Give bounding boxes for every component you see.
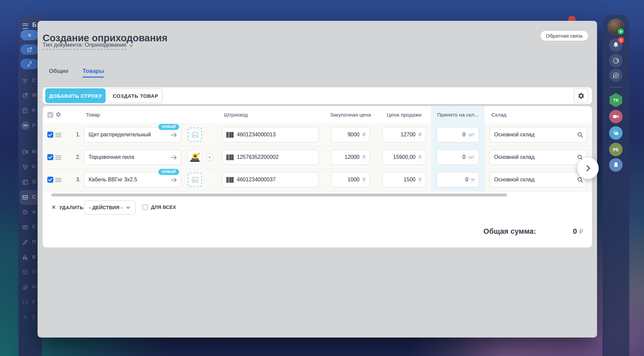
feedback-button[interactable]: Обратная связь	[540, 31, 588, 41]
unit-suffix[interactable]: шт	[469, 154, 475, 160]
chevron-down-icon	[129, 43, 133, 48]
barcode-input[interactable]: 12576352200002	[222, 149, 319, 165]
row-checkbox[interactable]	[47, 154, 53, 160]
support-button[interactable]	[609, 54, 623, 67]
drag-handle-icon[interactable]	[55, 155, 61, 160]
barcode-input[interactable]: 4601234000037	[222, 172, 319, 187]
chat-button[interactable]	[609, 126, 623, 140]
currency-suffix[interactable]: ₽	[363, 132, 366, 138]
table-settings-button[interactable]	[574, 88, 588, 103]
bookmarks-button[interactable]	[609, 158, 623, 172]
for-all-checkbox[interactable]: ДЛЯ ВСЕХ	[143, 205, 176, 210]
col-purchase-price: Закупочная цена	[326, 106, 375, 124]
miter-saw-image	[189, 151, 201, 163]
user-avatar[interactable]	[608, 19, 624, 35]
row-number: 3.	[66, 177, 80, 183]
row-checkbox[interactable]	[47, 177, 53, 183]
close-button[interactable]	[20, 30, 39, 40]
accepted-qty-input[interactable]: 0 шт	[437, 149, 479, 165]
workspace-avatar-tk[interactable]: ТК	[609, 93, 623, 107]
barcode-icon	[226, 154, 234, 160]
search-icon[interactable]	[577, 132, 583, 138]
accepted-qty-input[interactable]: 0 шт	[437, 127, 479, 142]
sale-price-input[interactable]: 15900,00 ₽	[382, 149, 426, 165]
actions-dropdown[interactable]: - ДЕЙСТВИЯ -	[84, 201, 136, 215]
tab-general[interactable]: Общие	[49, 68, 68, 78]
chevron-up-icon	[22, 314, 29, 320]
row-checkbox[interactable]	[47, 132, 53, 138]
open-product-arrow-icon[interactable]	[170, 131, 177, 139]
open-in-new-button[interactable]	[20, 44, 39, 55]
currency-suffix[interactable]: ₽	[419, 154, 422, 160]
currency-suffix[interactable]: ₽	[419, 132, 422, 138]
screen: Б С М К PR Р М С О С	[0, 0, 644, 356]
unit-suffix[interactable]: м	[471, 177, 475, 183]
scroll-right-button[interactable]	[577, 158, 599, 179]
drag-handle-icon[interactable]	[55, 178, 61, 182]
unit-suffix[interactable]: шт	[469, 132, 475, 138]
drag-handle-icon[interactable]	[55, 133, 61, 137]
right-rail: 1 ТК РЕ	[602, 15, 629, 356]
product-image-thumbnail[interactable]	[188, 150, 202, 164]
row-number: 2.	[66, 154, 80, 160]
product-image-placeholder[interactable]	[188, 128, 202, 142]
new-badge: НОВЫЙ	[158, 124, 179, 130]
card-icon	[22, 224, 29, 230]
purchase-price-input[interactable]: 1000 ₽	[331, 172, 370, 187]
currency-suffix[interactable]: ₽	[419, 177, 422, 183]
spiral-icon	[612, 57, 620, 64]
open-product-arrow-icon[interactable]	[170, 176, 177, 184]
cart-icon	[22, 164, 29, 170]
total-sum: Общая сумма: 0 ₽	[483, 227, 583, 236]
menu-icon[interactable]	[22, 24, 28, 29]
currency-suffix[interactable]: ₽	[363, 177, 366, 183]
purchase-price-input[interactable]: 12000 ₽	[331, 149, 370, 165]
storage-icon	[22, 194, 29, 201]
currency-suffix[interactable]: ₽	[363, 154, 366, 160]
notifications-button[interactable]: 1	[609, 38, 623, 52]
open-product-arrow-icon[interactable]	[170, 154, 177, 161]
chat-transfer-button[interactable]	[609, 69, 623, 82]
tab-products[interactable]: Товары	[83, 68, 104, 78]
waves-icon	[22, 284, 29, 291]
product-input[interactable]: НОВЫЙ Кабель ВВГнг 3х2.5	[84, 172, 181, 187]
products-table: Товар Штрихкод Закупочная цена Цена прод…	[43, 106, 592, 248]
target-icon	[22, 92, 29, 99]
camera-icon	[22, 148, 29, 155]
warehouse-input[interactable]: Основной склад	[489, 149, 587, 165]
pr-avatar: PR	[21, 121, 30, 130]
col-barcode: Штрихкод	[224, 106, 248, 124]
columns-gear-icon[interactable]	[55, 112, 61, 118]
play-badge-icon	[617, 28, 625, 35]
warehouse-input[interactable]: Основной склад	[489, 172, 587, 187]
accepted-qty-input[interactable]: 0 м	[437, 172, 479, 187]
product-input[interactable]: НОВЫЙ Щит распределительный	[84, 127, 181, 142]
select-all-checkbox[interactable]	[47, 112, 53, 118]
checkbox[interactable]	[143, 205, 148, 210]
horizontal-scrollbar[interactable]	[51, 193, 507, 196]
brand-letter: Б	[32, 21, 37, 29]
create-product-button[interactable]: СОЗДАТЬ ТОВАР	[108, 88, 163, 103]
col-warehouse: Склад	[491, 106, 506, 124]
barcode-icon	[226, 132, 234, 138]
total-currency: ₽	[579, 227, 583, 235]
video-call-button[interactable]	[609, 110, 623, 123]
tab-bar: Общие Товары	[49, 68, 104, 78]
add-image-button[interactable]: +	[206, 153, 213, 161]
barcode-input[interactable]: 4601234000013	[222, 127, 319, 142]
sale-price-input[interactable]: 12700 ₽	[382, 127, 426, 142]
product-input[interactable]: Торцовочная пила	[84, 149, 181, 165]
search-icon[interactable]	[577, 177, 583, 183]
add-row-button[interactable]: ДОБАВИТЬ СТРОКУ	[45, 88, 106, 103]
copy-link-button[interactable]	[20, 59, 39, 69]
table-header: Товар Штрихкод Закупочная цена Цена прод…	[43, 106, 592, 124]
product-image-placeholder[interactable]	[188, 173, 202, 187]
bookmark-icon	[612, 162, 620, 169]
workspace-avatar-pe[interactable]: РЕ	[609, 143, 623, 156]
doc-type-selector[interactable]: Тип документа: Оприходование	[43, 42, 133, 50]
table-row: 3. НОВЫЙ Кабель ВВГнг 3х2.5 460123400003…	[43, 169, 592, 191]
delete-button[interactable]: ✕ УДАЛИТЬ	[51, 204, 84, 211]
sale-price-input[interactable]: 1500 ₽	[382, 172, 426, 187]
warehouse-input[interactable]: Основной склад	[489, 127, 587, 142]
purchase-price-input[interactable]: 9000 ₽	[331, 127, 370, 142]
